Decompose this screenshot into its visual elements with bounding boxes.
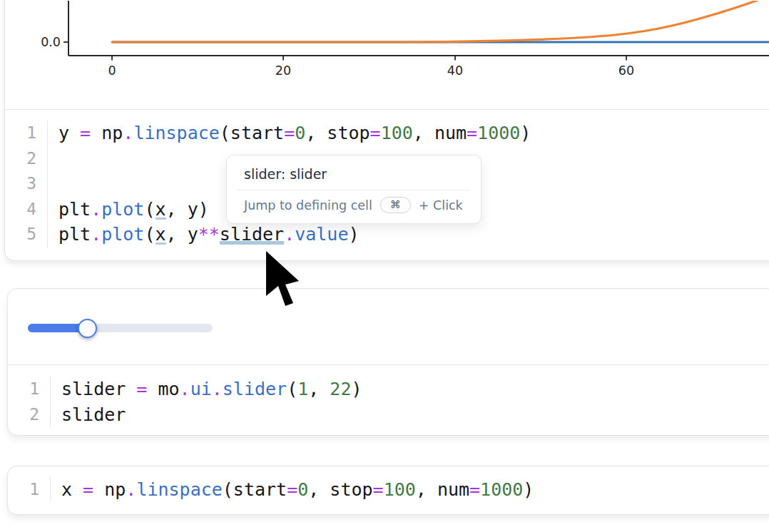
code-line[interactable]: 1y = np.linspace(start=0, stop=100, num=… <box>5 121 769 146</box>
mouse-cursor <box>264 249 304 314</box>
line-number: 3 <box>5 171 48 197</box>
code-text: slider <box>51 402 126 428</box>
cell-slider: 1slider = mo.ui.slider(1, 22)2slider <box>7 288 769 436</box>
code-text: x = np.linspace(start=0, stop=100, num=1… <box>51 477 534 503</box>
line-number: 2 <box>5 146 48 172</box>
code-text: slider = mo.ui.slider(1, 22) <box>51 377 362 402</box>
code-text: y = np.linspace(start=0, stop=100, num=1… <box>48 121 531 146</box>
code-editor-3[interactable]: 1x = np.linspace(start=0, stop=100, num=… <box>8 466 769 514</box>
x-tick-label: 40 <box>447 63 463 78</box>
cell-x-definition: 1x = np.linspace(start=0, stop=100, num=… <box>7 466 769 515</box>
notebook-canvas: 0.0 0 20 40 60 1y = np.linspace(start=0,… <box>0 0 769 532</box>
line-number: 4 <box>5 197 48 222</box>
series-orange-curve <box>112 1 767 42</box>
code-editor-2[interactable]: 1slider = mo.ui.slider(1, 22)2slider <box>8 364 769 435</box>
variable-tooltip: slider: slider Jump to defining cell ⌘ +… <box>226 155 482 224</box>
x-tick-label: 20 <box>275 63 291 78</box>
slider-track[interactable] <box>28 324 213 332</box>
tooltip-click-hint: + Click <box>419 198 463 213</box>
cursor-arrow-icon <box>264 249 304 312</box>
command-key-badge: ⌘ <box>380 197 411 213</box>
code-text <box>48 146 58 172</box>
x-tick-label: 0 <box>108 63 116 78</box>
code-line[interactable]: 1x = np.linspace(start=0, stop=100, num=… <box>8 477 769 503</box>
code-line[interactable]: 2slider <box>8 402 769 428</box>
line-chart: 0.0 0 20 40 60 <box>5 1 769 109</box>
tooltip-title: slider: slider <box>227 155 481 190</box>
y-tick-label: 0.0 <box>41 35 61 49</box>
line-number: 5 <box>5 222 48 247</box>
line-number: 1 <box>8 377 51 402</box>
code-text: plt.plot(x, y) <box>48 197 209 222</box>
line-number: 1 <box>8 477 51 503</box>
code-text <box>48 171 58 197</box>
slider-handle[interactable] <box>78 319 97 338</box>
x-tick-label: 60 <box>618 63 634 78</box>
code-line[interactable]: 5plt.plot(x, y**slider.value) <box>5 222 769 247</box>
tooltip-action-label: Jump to defining cell <box>244 198 372 213</box>
code-line[interactable]: 1slider = mo.ui.slider(1, 22) <box>8 377 769 402</box>
line-number: 2 <box>8 402 51 428</box>
line-number: 1 <box>5 121 48 146</box>
code-text: plt.plot(x, y**slider.value) <box>48 222 360 247</box>
plot-output: 0.0 0 20 40 60 <box>5 1 769 109</box>
